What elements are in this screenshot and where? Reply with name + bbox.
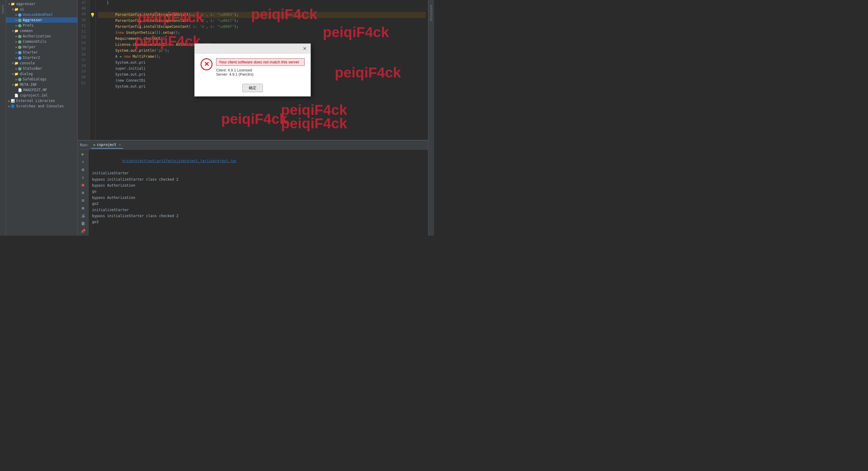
dialog-ok-button[interactable]: 确定 (242, 84, 263, 92)
scratches-icon: 🔵 (11, 105, 15, 108)
line-num-52: 52 (80, 29, 87, 34)
sidebar-item-authorization[interactable]: ▶ ⬤ Authorization (6, 33, 78, 39)
sidebar-item-meta-inf[interactable]: ▼ 📁 META-INF (6, 82, 78, 87)
sidebar-item-prefs[interactable]: ▶ ⬤ Prefs (6, 23, 78, 28)
close-tab-icon[interactable]: ✕ (119, 143, 121, 147)
class-icon: ⬤ (18, 18, 22, 22)
library-icon: 📊 (11, 99, 15, 103)
filter2-button[interactable]: ⊟ (80, 197, 87, 204)
sidebar-item-label: Scratches and Consoles (16, 104, 64, 108)
console-line-7: initializeStarter (92, 207, 425, 213)
layout-button[interactable]: ⊞ (80, 205, 87, 211)
filter-button[interactable]: ≡ (80, 189, 87, 196)
sidebar-item-manifest[interactable]: ▶ 📄 MANIFEST.MF (6, 87, 78, 93)
sidebar-item-aggressor[interactable]: ▼ 📁 aggressor (6, 1, 78, 7)
sidebar-item-dialog[interactable]: ▼ 📁 dialog (6, 71, 78, 77)
content-area: Learn ▼ 📁 aggressor ▼ 📁 ui ▶ ⬤ UseLookAn… (0, 0, 434, 236)
folder-icon: 📁 (14, 72, 19, 76)
sidebar-item-label: SafeDialogs (23, 77, 46, 81)
sidebar-item-label: Helper (23, 45, 36, 49)
scroll-up-button[interactable]: ↑ (80, 158, 87, 165)
sidebar-item-commonutils[interactable]: ▶ ⬤ CommonUtils (6, 39, 78, 44)
console-line-6: go2 (92, 201, 425, 207)
expand-arrow: ▶ (16, 19, 17, 22)
run-content: ▶ ↑ ⚙ ↓ ■ ≡ ⊟ ⊞ 🖨 🗑 📌 e\cspr (78, 149, 428, 236)
sidebar-item-safedialogs[interactable]: ▶ ⬤ SafeDialogs (6, 77, 78, 82)
expand-arrow: ▶ (16, 51, 17, 54)
expand-arrow: ▼ (8, 2, 10, 6)
class-icon: ⬤ (18, 56, 22, 60)
sidebar-item-label: aggressor (16, 2, 36, 6)
folder-icon: 📁 (14, 29, 19, 33)
sidebar-item-label: MANIFEST.MF (23, 88, 47, 92)
sidebar-item-starter2[interactable]: ▶ ⬤ Starter2 (6, 55, 78, 60)
dialog-server-info: Server: 4.9.1 (Pwn3rs) (216, 72, 305, 77)
expand-arrow: ▶ (16, 56, 17, 60)
file-icon: 📄 (14, 94, 19, 97)
main-layout: Learn ▼ 📁 aggressor ▼ 📁 ui ▶ ⬤ UseLookAn… (0, 0, 434, 236)
class-icon: ⬤ (18, 24, 22, 28)
learn-label[interactable]: Learn (1, 2, 4, 16)
console-line-2: bypass initializeStarter class checked 2 (92, 176, 425, 182)
bulb-icon[interactable]: 💡 (90, 12, 95, 17)
file-icon: 📄 (18, 88, 22, 92)
sidebar-item-scratches[interactable]: ▶ 🔵 Scratches and Consoles (6, 104, 78, 109)
run-button[interactable]: ▶ (80, 151, 87, 157)
line-num-53: 53 (80, 34, 87, 40)
console-line-1: initializeStarter (92, 170, 425, 176)
expand-arrow: ▶ (16, 24, 17, 27)
sidebar-item-label: dialog (20, 72, 33, 76)
sidebar-item-csproject-iml[interactable]: ▶ 📄 csproject.iml (6, 93, 78, 98)
console-output[interactable]: e\csproject\out\artifacts\csproject_jar\… (89, 149, 428, 236)
line-num-49: 49 (80, 11, 87, 17)
sidebar-item-ui[interactable]: ▼ 📁 ui (6, 7, 78, 12)
console-line-3: bypass Authorization (92, 182, 425, 188)
sidebar-item-label: External Libraries (16, 99, 55, 103)
delete-button[interactable]: 🗑 (80, 220, 87, 227)
dialog-close-button[interactable]: ✕ (302, 46, 308, 52)
sidebar-item-ext-libs[interactable]: ▶ 📊 External Libraries (6, 98, 78, 104)
line-num-56: 56 (80, 52, 87, 57)
expand-arrow: ▶ (16, 67, 17, 70)
sidebar-item-aggressor-class[interactable]: ▶ ⬤ Aggressor (6, 17, 78, 23)
right-edge-panel: Structure (428, 0, 434, 236)
sidebar-item-helper[interactable]: ▶ ⬤ Helper (6, 44, 78, 50)
dialog-body: ✕ Your client software does not match th… (194, 54, 311, 81)
run-tab-bar: Run: ▶ csproject ✕ (78, 141, 428, 149)
expand-arrow: ▶ (16, 46, 17, 49)
structure-label[interactable]: Structure (430, 2, 433, 23)
expand-arrow: ▼ (12, 72, 14, 76)
line-num-51: 51 (80, 23, 87, 29)
pin-button[interactable]: 📌 (80, 228, 87, 234)
console-path[interactable]: e\csproject\out\artifacts\csproject_jar\… (122, 159, 237, 163)
code-line-51: ParserConfig.installEscapeConstant( c: '… (98, 24, 426, 30)
sidebar-item-common[interactable]: ▼ 📁 common (6, 28, 78, 33)
code-line-53: Requirements.checkGUI(); (98, 36, 426, 42)
sidebar-item-label: Aggressor (23, 18, 42, 22)
error-dialog[interactable]: ✕ ✕ Your client software does not match … (194, 43, 311, 96)
folder-icon: 📁 (11, 2, 15, 6)
line-num-61: 61 (80, 81, 87, 86)
sidebar-item-label: csproject.iml (20, 93, 48, 97)
sidebar-item-statusbar[interactable]: ▶ ⬤ StatusBar (6, 66, 78, 71)
run-tab-icon: ▶ (94, 143, 96, 147)
class-icon: ⬤ (18, 45, 22, 49)
line-num-60: 60 (80, 75, 87, 80)
settings-button[interactable]: ⚙ (80, 166, 87, 173)
sidebar-item-starter[interactable]: ▶ ⬤ Starter (6, 50, 78, 55)
folder-icon: 📁 (14, 61, 19, 65)
line-num-57: 57 (80, 57, 87, 63)
print-button[interactable]: 🖨 (80, 213, 87, 219)
console-path-line: e\csproject\out\artifacts\csproject_jar\… (92, 152, 425, 170)
run-tab-label: csproject (97, 143, 116, 147)
sidebar-item-console[interactable]: ▼ 📁 console (6, 60, 78, 66)
run-tab-csproject[interactable]: ▶ csproject ✕ (91, 142, 123, 149)
bottom-panel: Run: ▶ csproject ✕ ▶ ↑ ⚙ ↓ ■ ≡ (78, 140, 428, 236)
expand-arrow: ▶ (16, 13, 17, 17)
scroll-down-button[interactable]: ↓ (80, 174, 87, 180)
expand-arrow: ▶ (16, 40, 17, 43)
expand-arrow: ▼ (12, 8, 14, 11)
sidebar-item-uselookandfeel[interactable]: ▶ ⬤ UseLookAndFeel (6, 12, 78, 17)
stop-button[interactable]: ■ (80, 181, 87, 188)
line-num-47: 47 (80, 0, 87, 6)
